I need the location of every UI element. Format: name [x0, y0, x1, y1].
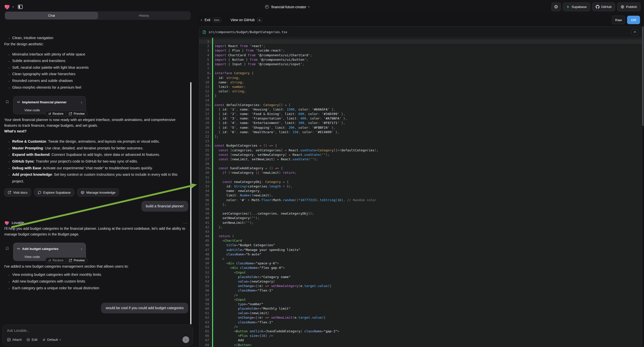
code-text: value={newCategory}	[214, 280, 275, 283]
diff-button[interactable]: Diff	[627, 16, 640, 24]
code-text: const defaultCategories: Category[] = [	[214, 103, 290, 107]
code-text: subtitle="Manage your spending limits"	[214, 248, 300, 252]
code-line-45: 45 <ChartCard	[199, 238, 642, 243]
github-button[interactable]: GitHub	[592, 2, 615, 11]
list-item: Minimalist interface with plenty of whit…	[12, 51, 188, 58]
user-message: build a financial planner	[142, 201, 188, 212]
code-text: <Input	[214, 298, 246, 302]
chevron-right-icon[interactable]: ›	[81, 246, 82, 252]
code-text: return (	[214, 234, 234, 238]
action-button-explore-supabase[interactable]: Explore Supabase	[34, 188, 74, 196]
list-item: Glass-morphic elements for a premium fee…	[12, 84, 188, 91]
code-text: id: string;	[214, 76, 240, 80]
list-item: Subtle animations and transitions	[12, 58, 188, 64]
fold-chevron-icon[interactable]: ▾	[209, 180, 210, 184]
action-button-visit-docs[interactable]: Visit docs	[4, 188, 31, 196]
code-text: }	[214, 94, 216, 98]
bullet-list: Clean, intuitive navigation	[4, 34, 188, 41]
supabase-label: Supabase	[572, 5, 587, 9]
version-card[interactable]: <>Add budget categories›View code↺Restor…	[13, 243, 86, 261]
exit-button[interactable]: Exit	[205, 18, 210, 22]
code-text: const [categories, setCategories] = Reac…	[214, 148, 378, 152]
external-link-icon	[8, 191, 11, 194]
project-name: financial-future-creator	[271, 5, 306, 9]
code-line-67: 67 Add	[199, 338, 642, 342]
line-number: 28	[199, 162, 209, 166]
code-text: { id: '3', name: 'Transportation', limit…	[214, 116, 347, 120]
settings-button[interactable]: ⚙	[552, 2, 561, 11]
version-actions-pill: ↺RestorePreview	[45, 111, 88, 117]
code-line-2: 2import React from 'react';	[199, 44, 642, 48]
fold-chevron-icon[interactable]: ▾	[209, 166, 210, 171]
edit-button[interactable]: Edit	[26, 338, 37, 342]
version-card[interactable]: <>Implement financial planner›View code↺…	[13, 96, 86, 114]
line-number: 8	[199, 71, 209, 76]
line-number: 24	[199, 144, 209, 148]
line-number: 17	[199, 112, 209, 116]
code-scrollbar[interactable]	[642, 26, 644, 126]
ellipsis-icon[interactable]: ···	[183, 220, 188, 226]
preview-label: Preview	[74, 111, 85, 117]
line-number: 52	[199, 270, 209, 275]
restore-button[interactable]: ↺Restore	[48, 111, 64, 117]
bookmark-icon[interactable]	[6, 100, 9, 104]
line-number: 9	[199, 76, 209, 80]
fold-chevron-icon[interactable]: ▾	[209, 103, 210, 108]
globe-icon	[620, 5, 624, 9]
lovable-heart-icon[interactable]	[4, 4, 10, 10]
supabase-button[interactable]: Supabase	[563, 2, 590, 11]
send-button[interactable]: ↑	[182, 336, 189, 343]
chevron-right-icon[interactable]: ›	[81, 99, 82, 105]
list-item-lead: Add project knowledge	[12, 172, 52, 176]
chat-scrollbar[interactable]	[190, 82, 192, 324]
code-line-59: 59 type="number"	[199, 302, 642, 306]
raw-button[interactable]: Raw	[612, 16, 625, 24]
sliders-icon	[42, 338, 46, 342]
code-line-9: 9 id: string;	[199, 76, 642, 80]
attach-button[interactable]: Attach	[7, 338, 22, 342]
list-item: Add project knowledge: Set key context o…	[12, 171, 188, 184]
chevron-down-icon: ▾	[308, 6, 310, 8]
code-text: onChange={(e) => setNewLimit(e.target.va…	[214, 316, 326, 319]
code-line-14: 14	[199, 98, 642, 102]
code-line-13: 13}	[199, 94, 642, 98]
fold-chevron-icon[interactable]: ▾	[209, 144, 210, 148]
line-number: 23	[199, 139, 209, 144]
restore-button[interactable]: ↺Restore	[48, 258, 64, 263]
agent-name: Lovable	[12, 220, 181, 226]
bookmark-icon[interactable]	[6, 246, 9, 251]
code-line-60: 60 placeholder="Monthly limit"	[199, 306, 642, 311]
pill-divider	[66, 112, 66, 116]
external-link-icon	[69, 259, 72, 262]
collapse-file-button[interactable]	[631, 29, 638, 35]
chevron-left-icon[interactable]: ‹	[201, 18, 202, 22]
project-switcher[interactable]: financial-future-creator ▾	[264, 0, 310, 14]
line-number: 29	[199, 166, 209, 170]
tab-history[interactable]: History	[98, 12, 190, 19]
panel-toggle-icon[interactable]	[18, 4, 23, 10]
publish-button[interactable]: Publish	[617, 2, 640, 11]
chevron-down-icon[interactable]: ▾	[12, 6, 14, 8]
code-line-30: 30 if (!newCategory || !newLimit) return…	[199, 170, 642, 175]
code-editor[interactable]: 12import React from 'react';3import { Pl…	[199, 38, 642, 347]
composer-placeholder[interactable]: Ask Lovable...	[7, 328, 188, 332]
list-item: GitHub Sync: Transfer your project's cod…	[12, 158, 188, 165]
code-text: onChange={(e) => setNewCategory(e.target…	[214, 284, 332, 288]
code-line-15: 15▾const defaultCategories: Category[] =…	[199, 103, 642, 107]
preview-button[interactable]: Preview	[69, 258, 85, 263]
action-button-manage-knowledge[interactable]: Manage knowledge	[77, 188, 119, 196]
lovable-heart-icon	[4, 220, 10, 225]
fold-chevron-icon[interactable]: ▾	[209, 71, 210, 76]
composer[interactable]: Ask Lovable... Attach Edit Default ▾ ↑	[2, 324, 193, 346]
tab-chat[interactable]: Chat	[5, 12, 98, 19]
code-line-16: 16 { id: '1', name: 'Housing', limit: 15…	[199, 107, 642, 112]
code-text: };	[214, 202, 226, 206]
code-text: />	[214, 293, 238, 297]
mode-select[interactable]: Default ▾	[42, 338, 61, 342]
code-line-54: 54 value={newCategory}	[199, 279, 642, 284]
code-text: value={newLimit}	[214, 311, 269, 315]
line-number: 60	[199, 306, 209, 311]
preview-button[interactable]: Preview	[69, 111, 85, 117]
view-on-github-link[interactable]: View on GitHub	[230, 18, 255, 22]
version-card-row: <>Add budget categories›	[17, 246, 82, 252]
